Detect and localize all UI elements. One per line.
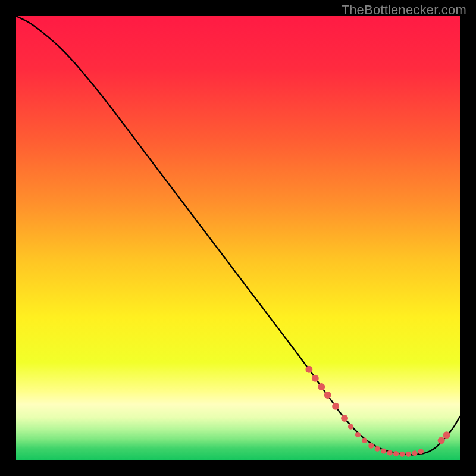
highlight-dot — [393, 451, 399, 456]
highlight-dot — [318, 383, 325, 390]
highlight-dot — [312, 375, 319, 382]
highlight-dot — [368, 443, 374, 449]
gradient-panel — [16, 16, 460, 460]
highlight-dot — [375, 446, 380, 452]
highlight-dot — [381, 448, 386, 453]
chart-stage: TheBottlenecker.com — [0, 0, 476, 476]
highlight-dot — [438, 437, 445, 444]
highlight-dot — [332, 403, 339, 410]
highlight-dot — [305, 366, 312, 373]
bottleneck-chart — [16, 16, 460, 460]
highlight-dot — [443, 431, 450, 439]
highlight-dot — [348, 424, 353, 429]
highlight-dot — [387, 450, 393, 455]
highlight-dot — [341, 415, 348, 422]
highlight-dot — [418, 449, 424, 454]
highlight-dot — [355, 432, 361, 437]
highlight-dot — [412, 450, 417, 456]
highlight-dot — [324, 392, 331, 399]
highlight-dot — [362, 438, 367, 443]
highlight-dot — [406, 452, 411, 457]
highlight-dot — [399, 452, 405, 457]
watermark-text: TheBottlenecker.com — [342, 2, 466, 18]
